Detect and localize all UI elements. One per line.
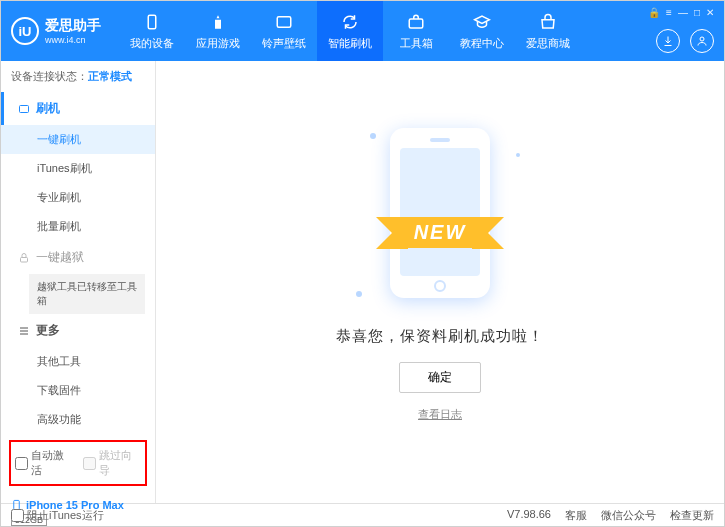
footer-link-support[interactable]: 客服 — [565, 508, 587, 523]
version-label: V7.98.66 — [507, 508, 551, 523]
nav-store[interactable]: 爱思商城 — [515, 1, 581, 61]
sidebar-head-label: 更多 — [36, 322, 60, 339]
success-message: 恭喜您，保资料刷机成功啦！ — [336, 327, 544, 346]
education-icon — [472, 12, 492, 32]
image-icon — [274, 12, 294, 32]
nav-label: 爱思商城 — [526, 36, 570, 51]
sidebar-head-jailbreak: 一键越狱 — [1, 241, 155, 274]
ok-button[interactable]: 确定 — [399, 362, 481, 393]
app-url: www.i4.cn — [45, 35, 101, 45]
sidebar-item-advanced[interactable]: 高级功能 — [1, 405, 155, 434]
sidebar: 设备连接状态：正常模式 刷机 一键刷机 iTunes刷机 专业刷机 批量刷机 一… — [1, 61, 156, 503]
logo: iU 爱思助手 www.i4.cn — [11, 17, 101, 45]
maximize-icon[interactable]: □ — [694, 7, 700, 18]
store-icon — [538, 12, 558, 32]
footer-link-update[interactable]: 检查更新 — [670, 508, 714, 523]
download-button[interactable] — [656, 29, 680, 53]
sidebar-item-batch[interactable]: 批量刷机 — [1, 212, 155, 241]
checkbox-auto-activate[interactable]: 自动激活 — [15, 448, 73, 478]
options-highlight: 自动激活 跳过向导 — [9, 440, 147, 486]
app-name: 爱思助手 — [45, 17, 101, 35]
menu-icon — [18, 325, 30, 337]
checkbox-skip-wizard[interactable]: 跳过向导 — [83, 448, 141, 478]
lock-icon — [18, 252, 30, 264]
svg-rect-2 — [409, 19, 423, 28]
sidebar-head-label: 刷机 — [36, 100, 60, 117]
nav-ringtones[interactable]: 铃声壁纸 — [251, 1, 317, 61]
window-controls: 🔒 ≡ — □ ✕ — [648, 7, 714, 18]
folder-icon — [18, 103, 30, 115]
nav-apps[interactable]: 应用游戏 — [185, 1, 251, 61]
nav-label: 教程中心 — [460, 36, 504, 51]
svg-rect-4 — [20, 105, 29, 112]
nav-tutorial[interactable]: 教程中心 — [449, 1, 515, 61]
sidebar-item-oneclick[interactable]: 一键刷机 — [1, 125, 155, 154]
sidebar-item-itunes[interactable]: iTunes刷机 — [1, 154, 155, 183]
new-ribbon: NEW — [396, 217, 485, 248]
refresh-icon — [340, 12, 360, 32]
main-panel: NEW 恭喜您，保资料刷机成功啦！ 确定 查看日志 — [156, 61, 724, 503]
success-illustration: NEW — [350, 123, 530, 303]
nav-label: 智能刷机 — [328, 36, 372, 51]
minimize-icon[interactable]: — — [678, 7, 688, 18]
svg-rect-1 — [277, 16, 291, 27]
sidebar-item-other[interactable]: 其他工具 — [1, 347, 155, 376]
lock-icon[interactable]: 🔒 — [648, 7, 660, 18]
sidebar-item-pro[interactable]: 专业刷机 — [1, 183, 155, 212]
nav-label: 工具箱 — [400, 36, 433, 51]
menu-icon[interactable]: ≡ — [666, 7, 672, 18]
nav-label: 铃声壁纸 — [262, 36, 306, 51]
logo-badge: iU — [11, 17, 39, 45]
apps-icon — [208, 12, 228, 32]
nav-toolbox[interactable]: 工具箱 — [383, 1, 449, 61]
nav-label: 我的设备 — [130, 36, 174, 51]
sidebar-head-label: 一键越狱 — [36, 249, 84, 266]
sidebar-jailbreak-notice: 越狱工具已转移至工具箱 — [29, 274, 145, 314]
sidebar-item-download[interactable]: 下载固件 — [1, 376, 155, 405]
sidebar-head-more[interactable]: 更多 — [1, 314, 155, 347]
checkbox-block-itunes[interactable]: 阻止iTunes运行 — [11, 508, 104, 523]
device-status: 设备连接状态：正常模式 — [1, 61, 155, 92]
footer-link-wechat[interactable]: 微信公众号 — [601, 508, 656, 523]
user-button[interactable] — [690, 29, 714, 53]
view-log-link[interactable]: 查看日志 — [418, 407, 462, 422]
top-nav: 我的设备 应用游戏 铃声壁纸 智能刷机 工具箱 教程中心 爱思商城 — [119, 1, 581, 61]
sidebar-head-flash[interactable]: 刷机 — [1, 92, 155, 125]
toolbox-icon — [406, 12, 426, 32]
close-icon[interactable]: ✕ — [706, 7, 714, 18]
nav-my-device[interactable]: 我的设备 — [119, 1, 185, 61]
nav-flash[interactable]: 智能刷机 — [317, 1, 383, 61]
device-icon — [142, 12, 162, 32]
svg-rect-0 — [148, 15, 156, 29]
app-header: iU 爱思助手 www.i4.cn 我的设备 应用游戏 铃声壁纸 智能刷机 工具… — [1, 1, 724, 61]
svg-rect-5 — [21, 257, 28, 262]
svg-point-3 — [700, 37, 704, 41]
nav-label: 应用游戏 — [196, 36, 240, 51]
